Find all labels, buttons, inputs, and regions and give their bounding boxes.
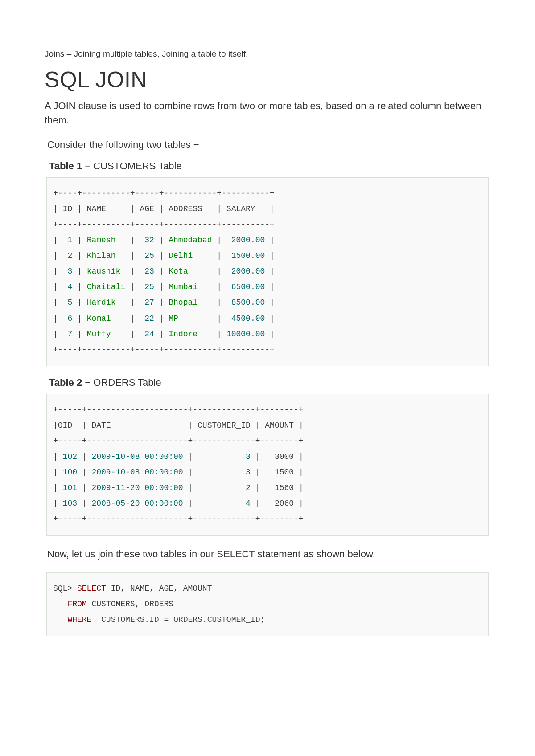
- sql-query: SQL> SELECT ID, NAME, AGE, AMOUNT FROM C…: [46, 572, 489, 636]
- pre-text: Joins – Joining multiple tables, Joining…: [45, 49, 490, 59]
- table1-caption-rest: − CUSTOMERS Table: [82, 160, 182, 172]
- join-paragraph: Now, let us join these two tables in our…: [47, 547, 488, 562]
- page-title: SQL JOIN: [45, 67, 490, 93]
- table2-caption-rest: − ORDERS Table: [82, 377, 161, 388]
- table2-caption-bold: Table 2: [49, 377, 82, 388]
- intro-paragraph: A JOIN clause is used to combine rows fr…: [45, 99, 490, 127]
- consider-text: Consider the following two tables −: [47, 139, 490, 151]
- orders-table: +-----+---------------------+-----------…: [46, 394, 489, 536]
- table2-caption: Table 2 − ORDERS Table: [49, 377, 490, 388]
- document-page: Joins – Joining multiple tables, Joining…: [0, 0, 535, 756]
- table1-caption: Table 1 − CUSTOMERS Table: [49, 160, 490, 172]
- table1-caption-bold: Table 1: [49, 160, 82, 172]
- customers-table: +----+----------+-----+-----------+-----…: [46, 177, 489, 366]
